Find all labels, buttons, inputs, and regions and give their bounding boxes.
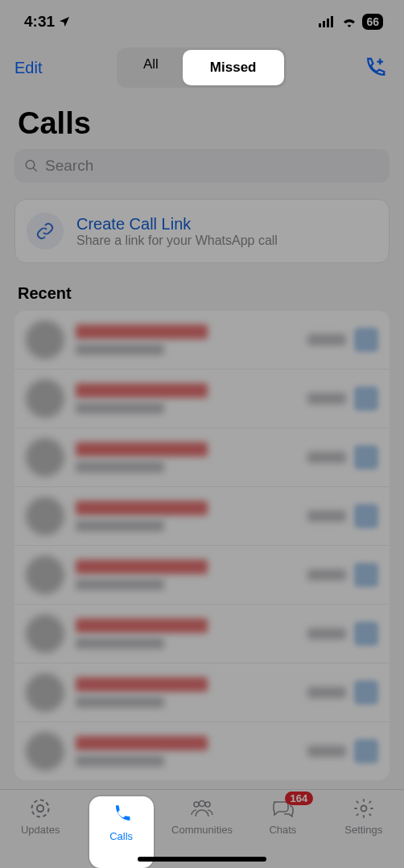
svg-line-5: [33, 167, 37, 172]
call-detail: [76, 696, 164, 708]
call-time: [307, 628, 346, 639]
svg-rect-3: [331, 16, 333, 27]
edit-button[interactable]: Edit: [14, 59, 42, 77]
call-row[interactable]: [14, 486, 390, 545]
communities-icon: [190, 796, 214, 820]
avatar: [26, 556, 64, 594]
call-time: [307, 569, 346, 581]
create-call-link-card[interactable]: Create Call Link Share a link for your W…: [14, 199, 390, 263]
info-button[interactable]: [354, 386, 378, 411]
avatar: [26, 320, 64, 359]
call-row[interactable]: [14, 311, 390, 369]
info-button[interactable]: [354, 680, 378, 705]
call-row[interactable]: [14, 545, 390, 604]
page-title: Calls: [0, 92, 404, 149]
caller-name: [76, 442, 208, 457]
phone-plus-icon: [363, 56, 387, 80]
home-indicator[interactable]: [138, 857, 266, 862]
status-bar: 4:31 66: [0, 0, 404, 43]
call-row[interactable]: [14, 663, 390, 721]
call-row[interactable]: [14, 721, 390, 780]
create-call-link-title: Create Call Link: [76, 215, 278, 234]
tab-settings[interactable]: Settings: [332, 796, 396, 868]
call-row[interactable]: [14, 428, 390, 486]
avatar: [26, 732, 64, 771]
call-detail: [76, 638, 164, 649]
caller-name: [76, 501, 208, 515]
svg-point-11: [361, 806, 366, 812]
call-detail: [76, 755, 164, 767]
avatar: [26, 497, 64, 535]
location-icon: [58, 15, 71, 28]
caller-name: [76, 383, 208, 398]
avatar: [26, 673, 64, 712]
svg-point-9: [205, 802, 210, 807]
call-detail: [76, 461, 164, 473]
segment-all[interactable]: All: [119, 50, 183, 85]
svg-point-10: [199, 801, 204, 807]
info-button[interactable]: [354, 563, 378, 587]
battery-level: 66: [362, 14, 383, 30]
caller-name: [76, 560, 208, 574]
call-time: [307, 746, 346, 757]
search-icon: [24, 159, 39, 173]
info-button[interactable]: [354, 504, 378, 528]
call-time: [307, 334, 346, 345]
call-time: [307, 452, 346, 463]
wifi-icon: [341, 16, 357, 27]
svg-point-7: [37, 805, 43, 812]
settings-icon: [352, 796, 375, 820]
tab-updates[interactable]: Updates: [8, 796, 72, 868]
avatar: [26, 614, 64, 653]
call-detail: [76, 344, 164, 355]
caller-name: [76, 618, 208, 633]
info-button[interactable]: [354, 328, 378, 352]
svg-point-8: [194, 802, 199, 807]
info-button[interactable]: [354, 445, 378, 469]
link-icon: [27, 213, 64, 250]
new-call-button[interactable]: [361, 53, 390, 82]
call-time: [307, 393, 346, 404]
info-button[interactable]: [354, 739, 378, 763]
status-time: 4:31: [24, 13, 55, 31]
recent-section-header: Recent: [0, 263, 404, 308]
svg-rect-2: [327, 19, 329, 27]
svg-rect-1: [323, 21, 325, 27]
search-placeholder: Search: [45, 157, 93, 175]
call-detail: [76, 403, 164, 414]
search-input[interactable]: Search: [14, 149, 390, 183]
calls-icon: [110, 803, 133, 827]
avatar: [26, 379, 64, 418]
segment-missed[interactable]: Missed: [183, 50, 284, 85]
svg-point-6: [32, 800, 49, 817]
cellular-icon: [319, 16, 336, 27]
info-button[interactable]: [354, 622, 378, 646]
call-row[interactable]: [14, 369, 390, 428]
caller-name: [76, 324, 208, 339]
calls-filter-segmented: All Missed: [117, 48, 287, 88]
updates-icon: [29, 796, 52, 820]
call-detail: [76, 579, 164, 590]
create-call-link-subtitle: Share a link for your WhatsApp call: [76, 234, 278, 248]
call-time: [307, 687, 346, 698]
svg-rect-0: [319, 23, 321, 27]
caller-name: [76, 736, 208, 750]
call-detail: [76, 520, 164, 531]
caller-name: [76, 677, 208, 692]
svg-point-4: [26, 160, 35, 169]
call-row[interactable]: [14, 604, 390, 663]
call-time: [307, 510, 346, 522]
recent-calls-list: [14, 311, 390, 780]
avatar: [26, 438, 64, 477]
chats-badge: 164: [285, 792, 314, 805]
